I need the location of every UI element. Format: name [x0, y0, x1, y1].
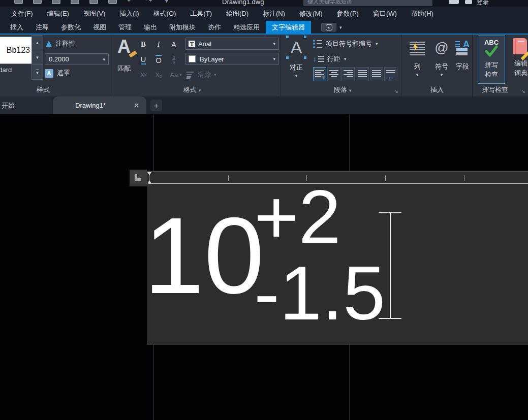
- justify-button[interactable]: A 对正 ▾: [284, 36, 309, 78]
- color-dropdown[interactable]: ByLayer ▾: [185, 53, 279, 65]
- edit-dictionary-button[interactable]: 编辑 词典: [507, 36, 528, 84]
- align-left-button[interactable]: ¶: [313, 67, 326, 81]
- italic-button[interactable]: I: [152, 38, 165, 51]
- bold-button[interactable]: B: [137, 38, 150, 51]
- gallery-down-icon: ▼: [36, 55, 40, 60]
- mtext-editor[interactable]: 10 +2 -1.5: [147, 171, 528, 345]
- distribute-text-button[interactable]: ↔: [384, 67, 397, 81]
- mask-icon: A: [45, 69, 53, 78]
- panel-label-insert: 插入: [430, 85, 444, 94]
- menu-file[interactable]: 文件(F): [4, 7, 40, 21]
- ruler-tab-style-box[interactable]: [130, 170, 147, 186]
- menu-tools[interactable]: 工具(T): [183, 7, 219, 21]
- ribbon-tab-insert[interactable]: 插入: [4, 21, 29, 34]
- qat-dropdown-caret-icon[interactable]: ▾: [165, 0, 173, 4]
- qat-redo-icon[interactable]: ↷: [146, 0, 154, 4]
- user-account-icon[interactable]: [465, 0, 472, 4]
- paragraph-dialog-launcher-icon[interactable]: ↘: [394, 88, 398, 94]
- file-tab-drawing1[interactable]: Drawing1* ✕: [53, 96, 146, 114]
- mtext-tolerance-upper[interactable]: +2: [254, 179, 341, 255]
- menu-edit[interactable]: 编辑(E): [40, 7, 76, 21]
- line-spacing-caret-icon: ▾: [344, 56, 347, 61]
- text-cursor: [379, 212, 401, 319]
- qat-print-icon[interactable]: [108, 0, 117, 4]
- help-search-input[interactable]: 键入关键字或短语: [303, 0, 432, 6]
- close-tab-icon[interactable]: ✕: [134, 102, 139, 109]
- bullets-caret-icon: ▾: [376, 41, 378, 46]
- paragraph-indent-marker[interactable]: [147, 180, 151, 183]
- panel-paragraph: A 对正 ▾ 项目符号和编号 ▾ ↕ 行距 ▾ ¶ ↔ 段落▾: [281, 35, 401, 96]
- justify-label: 对正: [284, 63, 309, 72]
- gallery-expand-button[interactable]: ▼: [32, 64, 43, 80]
- spell-check-button[interactable]: ABC 拼写 检查: [478, 36, 505, 84]
- menu-view[interactable]: 视图(V): [76, 7, 112, 21]
- menu-insert[interactable]: 插入(I): [112, 7, 146, 21]
- collapse-caret-icon[interactable]: ▾: [339, 25, 342, 30]
- ribbon-tab-addins[interactable]: 附加模块: [163, 21, 202, 34]
- font-caret-icon: ▾: [273, 41, 275, 46]
- menu-modify[interactable]: 修改(M): [292, 7, 330, 21]
- align-center-button[interactable]: [327, 67, 340, 81]
- color-caret-icon: ▾: [273, 56, 275, 61]
- ribbon-collapse-button[interactable]: ▲: [321, 23, 336, 31]
- bullets-numbering-button[interactable]: 项目符号和编号 ▾: [313, 39, 378, 48]
- change-case-button[interactable]: Aa▾: [167, 68, 184, 81]
- mtext-base-value[interactable]: 10: [144, 202, 264, 310]
- mask-button[interactable]: A 遮罩: [45, 69, 70, 78]
- menu-format[interactable]: 格式(O): [146, 7, 183, 21]
- menu-window[interactable]: 窗口(W): [366, 7, 404, 21]
- justify-icon: A: [286, 36, 306, 59]
- match-properties-button[interactable]: A 匹配: [113, 36, 135, 73]
- bullets-label: 项目符号和编号: [326, 39, 372, 48]
- ribbon-tab-annotate[interactable]: 注释: [29, 21, 55, 34]
- ribbon-tab-manage[interactable]: 管理: [112, 21, 138, 34]
- superscript-button[interactable]: X²: [137, 68, 150, 81]
- gallery-down-button[interactable]: ▼: [32, 50, 43, 65]
- signin-link[interactable]: 登录: [477, 0, 489, 7]
- ribbon-tab-collaborate[interactable]: 协作: [202, 21, 227, 34]
- ribbon-tab-view[interactable]: 视图: [87, 21, 112, 34]
- line-spacing-button[interactable]: ↕ 行距 ▾: [313, 54, 347, 63]
- annotative-toggle[interactable]: 注释性: [46, 39, 75, 48]
- drawing-canvas[interactable]: 10 +2 -1.5: [0, 114, 528, 420]
- strikethrough-button[interactable]: A: [167, 38, 180, 51]
- new-tab-button[interactable]: +: [150, 100, 162, 111]
- overline-button[interactable]: O: [152, 53, 165, 66]
- alignment-buttons: ¶ ↔: [313, 67, 397, 81]
- menu-help[interactable]: 帮助(H): [404, 7, 441, 21]
- menu-dimension[interactable]: 标注(N): [256, 7, 292, 21]
- align-justify-button[interactable]: [356, 67, 369, 81]
- stack-button[interactable]: ba: [167, 53, 180, 66]
- height-caret-icon: ▾: [103, 57, 105, 62]
- text-height-dropdown[interactable]: 0.2000 ▾: [45, 53, 109, 65]
- ribbon-tab-output[interactable]: 输出: [138, 21, 163, 34]
- qat-save-icon[interactable]: [52, 0, 60, 4]
- align-distribute-button[interactable]: [370, 67, 383, 81]
- columns-button[interactable]: 列 ▾: [406, 36, 429, 77]
- ribbon-tab-featured-apps[interactable]: 精选应用: [227, 21, 266, 34]
- field-button[interactable]: A 字段: [453, 36, 472, 71]
- subscript-button[interactable]: X₂: [152, 68, 165, 81]
- font-dropdown[interactable]: T Arial ▾: [185, 38, 279, 50]
- file-tab-start[interactable]: 开始: [0, 96, 52, 114]
- qat-plot-icon[interactable]: [89, 0, 98, 4]
- qat-new-icon[interactable]: [14, 0, 23, 4]
- menu-draw[interactable]: 绘图(D): [219, 7, 256, 21]
- text-style-gallery-preview[interactable]: Bb123: [0, 37, 32, 64]
- search-binoculars-icon[interactable]: [449, 0, 459, 4]
- symbol-button[interactable]: @ 符号 ▾: [430, 36, 453, 77]
- spell-dialog-launcher-icon[interactable]: ↘: [521, 88, 525, 94]
- menu-parametric[interactable]: 参数(P): [330, 7, 366, 21]
- first-line-indent-marker[interactable]: [147, 172, 151, 175]
- qat-saveas-icon[interactable]: [71, 0, 79, 4]
- ribbon-tab-parametric[interactable]: 参数化: [55, 21, 87, 34]
- qat-open-icon[interactable]: [33, 0, 42, 4]
- underline-button[interactable]: U: [137, 53, 150, 66]
- clear-formatting-button[interactable]: 清除 ▾: [187, 70, 216, 79]
- annotative-label: 注释性: [55, 39, 75, 48]
- ribbon-tab-text-editor[interactable]: 文字编辑器: [266, 21, 311, 34]
- mtext-tolerance-lower[interactable]: -1.5: [254, 255, 385, 331]
- align-right-button[interactable]: [341, 67, 355, 81]
- gallery-up-button[interactable]: ▲: [32, 35, 43, 50]
- qat-undo-icon[interactable]: ↶: [127, 0, 136, 4]
